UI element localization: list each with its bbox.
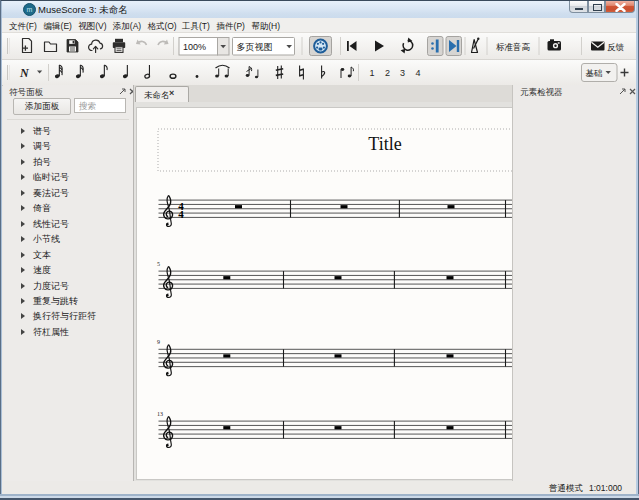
svg-text:多页视图: 多页视图 — [237, 42, 273, 52]
svg-text:4: 4 — [416, 68, 421, 78]
svg-text:100%: 100% — [183, 42, 206, 52]
svg-text:4: 4 — [178, 208, 184, 220]
svg-text:3: 3 — [400, 68, 405, 78]
svg-text:2: 2 — [385, 68, 390, 78]
svg-text:Title: Title — [368, 134, 401, 154]
svg-text:N: N — [19, 66, 30, 80]
svg-text:13: 13 — [157, 411, 163, 417]
svg-text:1: 1 — [370, 68, 375, 78]
svg-text:基础: 基础 — [586, 68, 603, 78]
svg-text:标准音高: 标准音高 — [496, 42, 531, 52]
svg-text:反馈: 反馈 — [607, 42, 625, 52]
svg-text:9: 9 — [157, 339, 160, 345]
svg-text:5: 5 — [157, 261, 160, 267]
svg-text:m: m — [27, 6, 33, 13]
